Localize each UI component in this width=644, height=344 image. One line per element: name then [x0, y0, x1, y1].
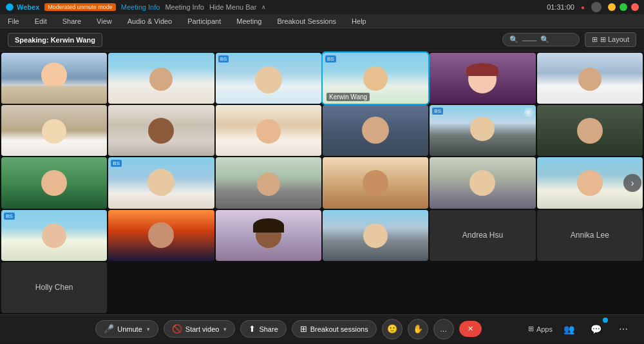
controls-bar: Speaking: Kerwin Wang 🔍 —— 🔍 ⊞ ⊞ Layout — [0, 28, 644, 52]
video-cell-5[interactable] — [430, 53, 535, 104]
user-avatar-icon — [591, 2, 601, 12]
end-call-icon: ✕ — [468, 325, 473, 333]
video-cell-16[interactable] — [323, 157, 428, 208]
speaker-name: Kerwin Wang — [51, 36, 95, 44]
bottom-toolbar: 🎤 Unmute ▾ 🚫 Start video ▾ ⬆ Share ⊞ Bre… — [0, 314, 644, 343]
participants-button[interactable]: 👥 — [559, 319, 580, 339]
hand-raise-icon: ✋ — [413, 324, 423, 334]
video-cell-22[interactable] — [323, 210, 428, 261]
toolbar-more-icon: ⋯ — [619, 324, 628, 334]
svg-point-0 — [6, 3, 14, 11]
title-bar: Webex Moderated unmute mode Meeting Info… — [0, 0, 644, 14]
apps-icon: ⊞ — [528, 325, 534, 333]
more-icon: ... — [440, 324, 447, 334]
participants-icon: 👥 — [564, 324, 574, 334]
video-cell-annika-lee[interactable]: Annika Lee — [537, 210, 643, 261]
participant-name-andrea: Andrea Hsu — [462, 231, 503, 240]
chat-button[interactable]: 💬 — [586, 319, 607, 339]
participant-name-holly: Holly Chen — [35, 283, 73, 292]
video-cell-17[interactable] — [430, 157, 535, 208]
next-page-arrow[interactable]: › — [623, 174, 641, 192]
layout-button[interactable]: ⊞ ⊞ Layout — [585, 32, 636, 47]
emoji-button[interactable]: 🙂 — [382, 319, 402, 339]
menu-edit[interactable]: Edit — [32, 16, 50, 26]
unmute-button[interactable]: 🎤 Unmute ▾ — [95, 320, 158, 338]
close-button[interactable] — [631, 3, 639, 11]
video-cell-10[interactable] — [323, 105, 428, 156]
apps-label: Apps — [536, 325, 553, 333]
menu-meeting[interactable]: Meeting — [234, 16, 264, 26]
window-controls[interactable] — [608, 3, 639, 11]
top-right-controls: 🔍 —— 🔍 ⊞ ⊞ Layout — [502, 32, 636, 47]
video-cell-andrea-hsu[interactable]: Andrea Hsu — [430, 210, 535, 261]
video-cell-14[interactable]: BS — [108, 157, 214, 208]
emoji-icon: 🙂 — [387, 324, 397, 334]
more-options-button[interactable]: ... — [433, 319, 454, 339]
toolbar-more-button[interactable]: ⋯ — [613, 319, 634, 339]
video-cell-11[interactable]: BS ⚙ — [430, 105, 535, 156]
video-cell-3[interactable]: BS — [216, 53, 321, 104]
unmute-chevron: ▾ — [147, 326, 150, 332]
menu-file[interactable]: File — [5, 16, 22, 26]
chevron-right-icon: › — [631, 178, 634, 188]
layout-label: ⊞ Layout — [600, 35, 629, 44]
toolbar-right: ⊞ Apps 👥 💬 ⋯ — [528, 319, 634, 339]
breakout-sessions-button[interactable]: ⊞ Breakout sessions — [292, 320, 377, 338]
video-grid: BS Kerwin Wang BS BS ⚙ — [0, 52, 644, 314]
clock: 01:31:00 — [547, 3, 574, 11]
end-call-button[interactable]: ✕ — [459, 321, 482, 337]
hand-raise-button[interactable]: ✋ — [408, 319, 428, 339]
menu-audio-video[interactable]: Audio & Video — [125, 16, 175, 26]
apps-button[interactable]: ⊞ Apps — [528, 325, 553, 333]
search-icon: 🔍 — [509, 35, 518, 44]
video-cell-kerwin-wang[interactable]: Kerwin Wang BS — [323, 53, 428, 104]
participant-name-annika: Annika Lee — [571, 231, 609, 240]
menu-participant[interactable]: Participant — [185, 16, 223, 26]
title-bar-left: Webex Moderated unmute mode Meeting Info… — [5, 3, 266, 12]
recording-dot: ● — [581, 4, 585, 11]
menu-breakout-sessions[interactable]: Breakout Sessions — [274, 16, 339, 26]
video-cell-12[interactable] — [537, 105, 643, 156]
participant-label-kerwin: Kerwin Wang — [327, 93, 370, 101]
breakout-label: Breakout sessions — [310, 325, 368, 333]
chat-notification-badge — [603, 318, 608, 323]
video-cell-21[interactable] — [216, 210, 321, 261]
menu-bar: File Edit Share View Audio & Video Parti… — [0, 14, 644, 28]
video-cell-15[interactable] — [216, 157, 321, 208]
moderated-badge: Moderated unmute mode — [44, 3, 116, 11]
hide-menu-bar[interactable]: Hide Menu Bar — [209, 3, 256, 11]
video-cell-19[interactable]: BS — [1, 210, 107, 261]
meeting-info-text[interactable]: Meeting Info — [165, 3, 204, 11]
search-range: —— — [522, 36, 536, 44]
minimize-button[interactable] — [608, 3, 616, 11]
menu-share[interactable]: Share — [60, 16, 84, 26]
mic-icon: 🎤 — [104, 324, 114, 334]
search-zoom-icon: 🔍 — [540, 35, 549, 44]
maximize-button[interactable] — [620, 3, 627, 11]
webex-logo: Webex — [5, 3, 39, 12]
video-cell-13[interactable] — [1, 157, 107, 208]
menu-help[interactable]: Help — [349, 16, 369, 26]
video-cell-9[interactable] — [216, 105, 321, 156]
video-cell-8[interactable] — [108, 105, 214, 156]
toolbar-center: 🎤 Unmute ▾ 🚫 Start video ▾ ⬆ Share ⊞ Bre… — [95, 319, 481, 339]
search-bar[interactable]: 🔍 —— 🔍 — [502, 33, 580, 46]
menu-view[interactable]: View — [94, 16, 115, 26]
breakout-icon: ⊞ — [300, 324, 307, 334]
unmute-label: Unmute — [117, 325, 142, 333]
video-cell-holly-chen[interactable]: Holly Chen — [1, 262, 107, 313]
camera-off-icon: 🚫 — [172, 324, 182, 334]
meeting-info-link[interactable]: Meeting Info — [121, 3, 160, 11]
app-name: Webex — [17, 3, 39, 11]
video-cell-2[interactable] — [108, 53, 214, 104]
share-button[interactable]: ⬆ Share — [240, 320, 286, 338]
video-cell-20[interactable] — [108, 210, 214, 261]
speaking-indicator: Speaking: Kerwin Wang — [8, 33, 102, 47]
video-cell-7[interactable] — [1, 105, 107, 156]
start-video-button[interactable]: 🚫 Start video ▾ — [164, 320, 236, 338]
video-cell-6[interactable] — [537, 53, 643, 104]
title-bar-right: 01:31:00 ● — [547, 2, 639, 12]
start-video-label: Start video — [185, 325, 220, 333]
hide-menu-chevron: ∧ — [261, 4, 266, 10]
video-cell-1[interactable] — [1, 53, 107, 104]
